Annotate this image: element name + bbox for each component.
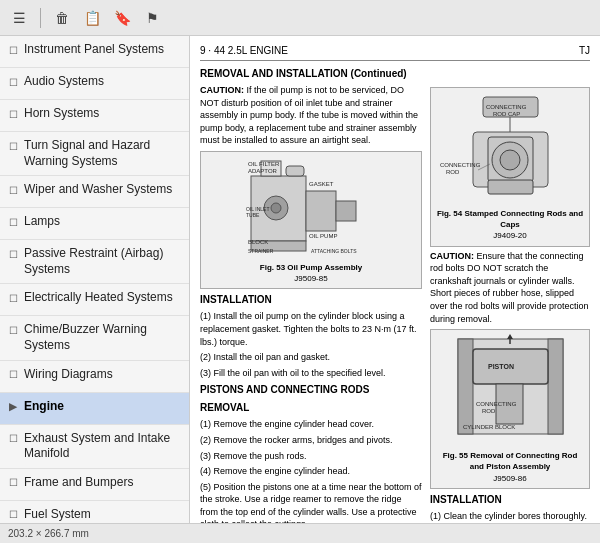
svg-text:ROD: ROD — [446, 169, 460, 175]
toolbar-separator — [40, 8, 41, 28]
sidebar-item-icon-turn-signal: ☐ — [6, 139, 20, 153]
sidebar-item-turn-signal[interactable]: ☐Turn Signal and Hazard Warning Systems — [0, 132, 189, 176]
rem-step-5: (5) Position the pistons one at a time n… — [200, 481, 422, 523]
fig53-caption: Fig. 53 Oil Pump Assembly — [205, 262, 417, 273]
svg-text:ROD: ROD — [482, 408, 496, 414]
svg-text:GASKET: GASKET — [309, 181, 334, 187]
svg-point-24 — [500, 150, 520, 170]
sidebar-item-label-wiper: Wiper and Washer Systems — [24, 182, 181, 198]
header-right: TJ — [579, 44, 590, 58]
caution-2-label: CAUTION: — [430, 251, 474, 261]
sidebar-item-instrument-panel[interactable]: ☐Instrument Panel Systems — [0, 36, 189, 68]
install-step-1: (1) Install the oil pump on the cylinder… — [200, 310, 422, 348]
sidebar-item-horn[interactable]: ☐Horn Systems — [0, 100, 189, 132]
svg-text:BLOCK: BLOCK — [248, 239, 268, 245]
trash-icon[interactable]: 🗑 — [51, 7, 73, 29]
svg-text:ADAPTOR: ADAPTOR — [248, 168, 278, 174]
rem-step-1: (1) Remove the engine cylinder head cove… — [200, 418, 422, 431]
fig54-id: J9409-20 — [435, 230, 585, 241]
sidebar-item-frame[interactable]: ☐Frame and Bumpers — [0, 469, 189, 501]
sidebar-item-label-turn-signal: Turn Signal and Hazard Warning Systems — [24, 138, 181, 169]
sidebar-item-icon-passive-restraint: ☐ — [6, 247, 20, 261]
sidebar-item-icon-frame: ☐ — [6, 476, 20, 490]
sidebar-item-label-audio: Audio Systems — [24, 74, 181, 90]
fig54-caption: Fig. 54 Stamped Connecting Rods and Caps — [435, 208, 585, 230]
sidebar-item-wiring[interactable]: ☐Wiring Diagrams — [0, 361, 189, 393]
fig54-svg: CONNECTING ROD CAP CONNECTING ROD — [438, 92, 583, 202]
content-left: CAUTION: If the oil pump is not to be se… — [200, 84, 422, 523]
copy-icon[interactable]: 📋 — [81, 7, 103, 29]
fig55-diagram: PISTON CONNECTING ROD CYLINDER BLOCK Fig… — [430, 329, 590, 489]
fig54-diagram: CONNECTING ROD CAP CONNECTING ROD — [430, 87, 590, 247]
caution-1: CAUTION: If the oil pump is not to be se… — [200, 84, 422, 147]
rem-step-4: (4) Remove the engine cylinder head. — [200, 465, 422, 478]
fig53-svg: OIL FILTER ADAPTOR BLOCK GASKET OIL PUMP… — [246, 156, 376, 256]
sidebar-item-label-engine: Engine — [24, 399, 181, 415]
sidebar-item-audio[interactable]: ☐Audio Systems — [0, 68, 189, 100]
sidebar-item-label-horn: Horn Systems — [24, 106, 181, 122]
sidebar-item-electrically-heated[interactable]: ☐Electrically Heated Systems — [0, 284, 189, 316]
fig55-caption: Fig. 55 Removal of Connecting Rod and Pi… — [435, 450, 585, 472]
content-right: CONNECTING ROD CAP CONNECTING ROD — [430, 84, 590, 523]
sidebar-item-label-lamps: Lamps — [24, 214, 181, 230]
installation2-title: INSTALLATION — [430, 493, 590, 507]
bookmark-icon[interactable]: 🔖 — [111, 7, 133, 29]
svg-rect-25 — [488, 180, 533, 194]
section-title: REMOVAL AND INSTALLATION (Continued) — [200, 67, 590, 81]
svg-rect-30 — [458, 339, 473, 434]
svg-text:CONNECTING: CONNECTING — [440, 162, 481, 168]
sidebar-item-icon-wiper: ☐ — [6, 183, 20, 197]
svg-marker-35 — [507, 334, 513, 339]
caution-1-label: CAUTION: — [200, 85, 244, 95]
svg-text:TUBE: TUBE — [246, 212, 260, 218]
content-header: 9 · 44 2.5L ENGINE TJ — [200, 44, 590, 61]
fig55-svg: PISTON CONNECTING ROD CYLINDER BLOCK — [438, 334, 583, 444]
sidebar-wrapper: ☐Instrument Panel Systems☐Audio Systems☐… — [0, 36, 190, 523]
removal-title: REMOVAL — [200, 401, 422, 415]
sidebar-item-icon-fuel: ☐ — [6, 508, 20, 522]
sidebar-item-icon-chime-buzzer: ☐ — [6, 323, 20, 337]
sidebar-item-icon-engine: ▶ — [6, 400, 20, 414]
sidebar-item-fuel[interactable]: ☐Fuel System — [0, 501, 189, 523]
install-step-2: (2) Install the oil pan and gasket. — [200, 351, 422, 364]
caution-2: CAUTION: Ensure that the connecting rod … — [430, 250, 590, 326]
sidebar-item-icon-exhaust: ☐ — [6, 432, 20, 446]
sidebar-item-label-instrument-panel: Instrument Panel Systems — [24, 42, 181, 58]
sidebar-item-icon-instrument-panel: ☐ — [6, 43, 20, 57]
svg-text:CONNECTING: CONNECTING — [476, 401, 517, 407]
flag-icon[interactable]: ⚑ — [141, 7, 163, 29]
installation-title: INSTALLATION — [200, 293, 422, 307]
caution-2-text: Ensure that the connecting rod bolts DO … — [430, 251, 589, 324]
sidebar-item-exhaust[interactable]: ☐Exhaust System and Intake Manifold — [0, 425, 189, 469]
svg-text:OIL PUMP: OIL PUMP — [309, 233, 337, 239]
content-area[interactable]: 9 · 44 2.5L ENGINE TJ REMOVAL AND INSTAL… — [190, 36, 600, 523]
sidebar-item-wiper[interactable]: ☐Wiper and Washer Systems — [0, 176, 189, 208]
sidebar-item-chime-buzzer[interactable]: ☐Chime/Buzzer Warning Systems — [0, 316, 189, 360]
svg-rect-31 — [548, 339, 563, 434]
sidebar-item-icon-horn: ☐ — [6, 107, 20, 121]
sidebar-item-icon-electrically-heated: ☐ — [6, 291, 20, 305]
sidebar-item-icon-wiring: ☐ — [6, 368, 20, 382]
status-bar: 203.2 × 266.7 mm — [0, 523, 600, 543]
sidebar-item-label-wiring: Wiring Diagrams — [24, 367, 181, 383]
main-area: ☐Instrument Panel Systems☐Audio Systems☐… — [0, 36, 600, 523]
svg-text:PISTON: PISTON — [488, 363, 514, 370]
content-columns: CAUTION: If the oil pump is not to be se… — [200, 84, 590, 523]
dimensions-label: 203.2 × 266.7 mm — [8, 528, 89, 539]
install-step-3: (3) Fill the oil pan with oil to the spe… — [200, 367, 422, 380]
menu-icon[interactable]: ☰ — [8, 7, 30, 29]
sidebar-item-label-frame: Frame and Bumpers — [24, 475, 181, 491]
svg-text:STRAINER: STRAINER — [248, 248, 274, 254]
svg-text:OIL FILTER: OIL FILTER — [248, 161, 280, 167]
fig55-id: J9509-86 — [435, 473, 585, 484]
rem-step-3: (3) Remove the push rods. — [200, 450, 422, 463]
sidebar-item-passive-restraint[interactable]: ☐Passive Restraint (Airbag) Systems — [0, 240, 189, 284]
rem-step-2: (2) Remove the rocker arms, bridges and … — [200, 434, 422, 447]
sidebar-item-label-fuel: Fuel System — [24, 507, 181, 523]
inst2-step-1: (1) Clean the cylinder bores thoroughly.… — [430, 510, 590, 523]
sidebar-item-lamps[interactable]: ☐Lamps — [0, 208, 189, 240]
sidebar-item-engine[interactable]: ▶Engine — [0, 393, 189, 425]
pistons-title: PISTONS AND CONNECTING RODS — [200, 383, 422, 397]
svg-text:ATTACHING BOLTS: ATTACHING BOLTS — [311, 248, 357, 254]
sidebar-item-icon-audio: ☐ — [6, 75, 20, 89]
